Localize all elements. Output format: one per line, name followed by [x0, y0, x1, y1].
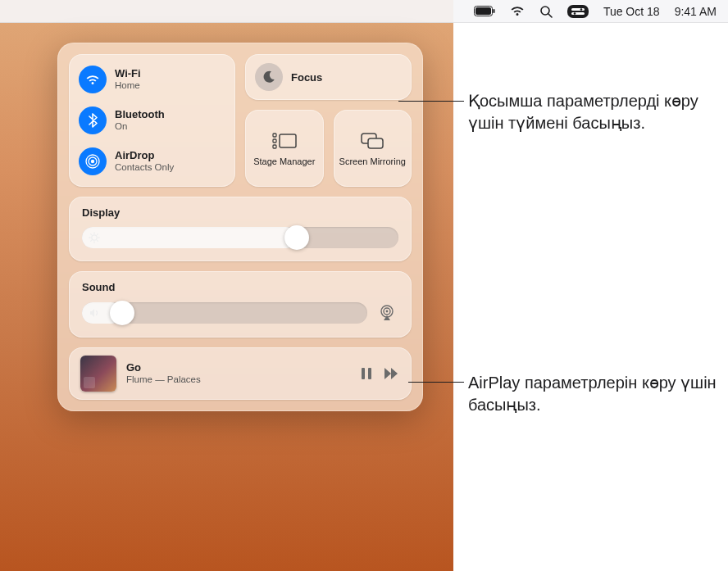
now-playing-tile[interactable]: Go Flume — Palaces — [69, 347, 412, 400]
svg-point-9 — [91, 160, 94, 163]
callout-line — [408, 382, 464, 383]
svg-rect-7 — [571, 12, 585, 15]
airdrop-toggle[interactable]: AirDrop Contacts Only — [79, 147, 225, 175]
menubar-time: 9:41 AM — [675, 5, 717, 18]
airplay-audio-button[interactable] — [375, 301, 398, 324]
wifi-icon — [79, 66, 107, 93]
stage-manager-button[interactable]: Stage Manager — [245, 110, 324, 187]
screen-mirroring-icon — [359, 130, 385, 152]
svg-point-6 — [580, 8, 583, 11]
battery-icon — [474, 6, 495, 16]
focus-button[interactable]: Focus — [245, 54, 412, 100]
sound-slider-thumb[interactable] — [110, 301, 134, 325]
moon-icon — [255, 63, 283, 91]
track-artist: Flume — Palaces — [126, 374, 351, 386]
airdrop-title: AirDrop — [115, 150, 174, 162]
connectivity-tile: Wi-Fi Home Bluetooth On — [69, 54, 235, 187]
bluetooth-icon — [79, 106, 107, 134]
stage-manager-icon — [271, 130, 298, 152]
control-center-panel: Wi-Fi Home Bluetooth On — [57, 43, 423, 411]
screen-mirroring-label: Screen Mirroring — [339, 156, 406, 167]
svg-rect-12 — [273, 134, 276, 137]
display-slider[interactable] — [82, 227, 398, 248]
airdrop-status: Contacts Only — [115, 162, 174, 173]
airdrop-icon — [79, 147, 107, 175]
wifi-status: Home — [115, 80, 141, 91]
menubar: Tue Oct 18 9:41 AM — [0, 0, 728, 23]
svg-rect-1 — [475, 7, 491, 15]
control-center-icon[interactable] — [567, 5, 589, 18]
svg-rect-30 — [362, 368, 365, 379]
album-art — [80, 356, 116, 392]
bluetooth-status: On — [115, 121, 165, 132]
spotlight-icon[interactable] — [539, 5, 553, 18]
wifi-toggle[interactable]: Wi-Fi Home — [79, 66, 225, 93]
wifi-title: Wi-Fi — [115, 68, 141, 80]
sound-tile: Sound — [69, 271, 412, 338]
display-tile: Display — [69, 197, 412, 261]
next-track-button[interactable] — [384, 367, 400, 380]
svg-rect-13 — [273, 139, 276, 143]
stage-manager-label: Stage Manager — [253, 156, 315, 167]
svg-rect-5 — [571, 8, 585, 11]
svg-line-4 — [548, 14, 552, 17]
display-label: Display — [82, 206, 398, 219]
pause-button[interactable] — [361, 367, 372, 380]
sound-label: Sound — [82, 281, 398, 293]
screen-mirroring-button[interactable]: Screen Mirroring — [334, 110, 412, 187]
callout-line — [398, 101, 464, 102]
svg-rect-14 — [273, 145, 276, 148]
focus-label: Focus — [291, 71, 322, 84]
svg-point-29 — [386, 310, 389, 313]
bluetooth-title: Bluetooth — [115, 109, 165, 121]
callout-focus: Қосымша параметрлерді көру үшін түймені … — [468, 90, 726, 134]
menubar-date: Tue Oct 18 — [603, 5, 660, 18]
wifi-icon — [510, 6, 525, 16]
svg-point-8 — [574, 12, 576, 15]
callout-airplay: AirPlay параметрлерін көру үшін басыңыз. — [468, 372, 726, 416]
bluetooth-toggle[interactable]: Bluetooth On — [79, 106, 225, 134]
svg-rect-15 — [280, 134, 296, 147]
track-title: Go — [126, 361, 351, 374]
display-slider-thumb[interactable] — [284, 225, 309, 250]
sound-slider[interactable] — [82, 302, 367, 324]
svg-rect-31 — [368, 368, 371, 379]
desktop: Wi-Fi Home Bluetooth On — [0, 23, 728, 571]
svg-rect-2 — [493, 9, 494, 13]
svg-rect-17 — [368, 138, 383, 148]
